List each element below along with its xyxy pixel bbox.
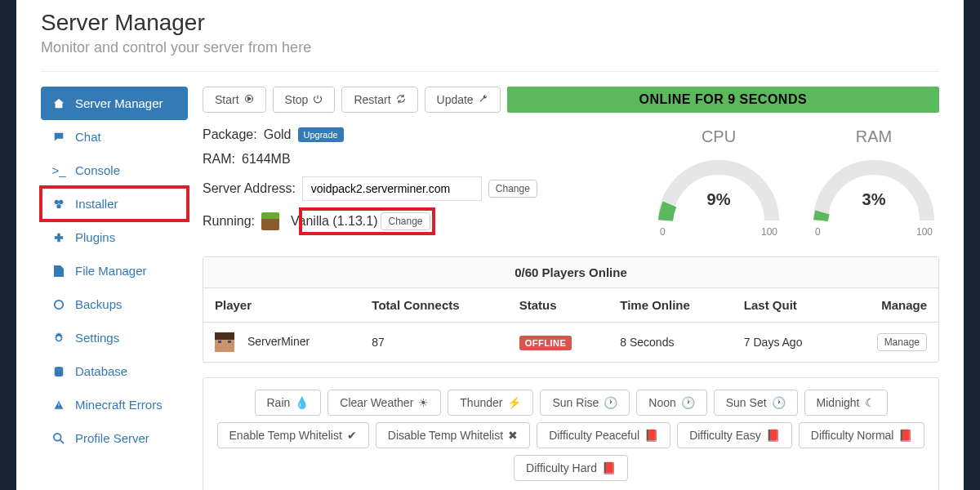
close-icon: ✖ bbox=[508, 429, 518, 442]
sidebar-item-label: Plugins bbox=[75, 230, 115, 244]
ram-max: 100 bbox=[916, 226, 933, 238]
installer-icon bbox=[52, 198, 65, 210]
book-icon: 📕 bbox=[898, 429, 912, 442]
change-running-button[interactable]: Change bbox=[381, 212, 430, 230]
table-row: ServerMiner 87 OFFLINE 8 Seconds 7 Days … bbox=[203, 323, 938, 363]
thunder-button[interactable]: Thunder ⚡ bbox=[448, 390, 533, 416]
manage-player-button[interactable]: Manage bbox=[877, 333, 927, 351]
players-header: 0/60 Players Online bbox=[203, 257, 938, 288]
col-manage: Manage bbox=[841, 288, 938, 323]
sidebar-item-file-manager[interactable]: File Manager bbox=[41, 254, 188, 287]
sidebar-item-chat[interactable]: Chat bbox=[41, 120, 188, 154]
sidebar-item-plugins[interactable]: Plugins bbox=[41, 220, 188, 254]
cpu-gauge-value: 9% bbox=[653, 190, 784, 209]
quick-actions-panel: Rain 💧 Clear Weather ☀ Thunder ⚡ Sun Ris… bbox=[203, 377, 939, 490]
player-connects: 87 bbox=[360, 323, 507, 363]
clock-icon: 🕐 bbox=[604, 396, 617, 409]
update-button[interactable]: Update bbox=[425, 87, 501, 113]
players-panel: 0/60 Players Online Player Total Connect… bbox=[203, 256, 939, 363]
sunset-button[interactable]: Sun Set 🕐 bbox=[714, 390, 798, 416]
player-name: ServerMiner bbox=[247, 335, 310, 348]
difficulty-peaceful-button[interactable]: Difficulty Peaceful 📕 bbox=[537, 422, 670, 448]
server-address-label: Server Address: bbox=[203, 181, 296, 196]
plugin-icon bbox=[52, 232, 65, 243]
clock-icon: 🕐 bbox=[681, 396, 695, 409]
sidebar-item-server-manager[interactable]: Server Manager bbox=[41, 87, 188, 120]
restart-button[interactable]: Restart bbox=[341, 87, 417, 113]
wrench-icon bbox=[479, 93, 488, 106]
cpu-min: 0 bbox=[660, 226, 666, 238]
stop-button[interactable]: Stop bbox=[273, 87, 336, 113]
page-subtitle: Monitor and control your server from her… bbox=[41, 39, 939, 56]
sidebar-item-label: Console bbox=[75, 163, 120, 177]
cpu-gauge: CPU 9% 0 100 bbox=[653, 127, 784, 242]
clear-weather-button[interactable]: Clear Weather ☀ bbox=[327, 390, 441, 416]
sidebar-item-profile-server[interactable]: Profile Server bbox=[41, 421, 188, 455]
noon-button[interactable]: Noon 🕐 bbox=[636, 390, 706, 416]
server-address-input[interactable] bbox=[302, 176, 482, 201]
ram-gauge: RAM 3% 0 100 bbox=[808, 127, 939, 242]
col-connects: Total Connects bbox=[360, 288, 507, 323]
sidebar-item-installer[interactable]: Installer bbox=[41, 187, 188, 220]
difficulty-hard-button[interactable]: Difficulty Hard 📕 bbox=[514, 455, 628, 481]
package-value: Gold bbox=[264, 127, 292, 142]
sidebar: Server Manager Chat >_ Console Installer bbox=[41, 87, 188, 490]
divider bbox=[41, 71, 939, 72]
bolt-icon: ⚡ bbox=[507, 396, 521, 409]
rain-button[interactable]: Rain 💧 bbox=[255, 390, 322, 416]
col-player: Player bbox=[203, 288, 360, 323]
sidebar-item-label: Backups bbox=[75, 297, 122, 311]
ram-gauge-title: RAM bbox=[808, 127, 939, 146]
difficulty-easy-button[interactable]: Difficulty Easy 📕 bbox=[677, 422, 792, 448]
refresh-icon bbox=[396, 93, 406, 106]
svg-point-3 bbox=[55, 300, 64, 309]
svg-point-1 bbox=[59, 199, 63, 203]
svg-point-0 bbox=[55, 199, 59, 203]
check-icon: ✔ bbox=[347, 429, 357, 442]
power-icon bbox=[313, 93, 323, 106]
sidebar-item-settings[interactable]: Settings bbox=[41, 321, 188, 354]
sidebar-item-minecraft-errors[interactable]: Minecraft Errors bbox=[41, 388, 188, 421]
sidebar-item-label: Database bbox=[75, 364, 127, 378]
disable-whitelist-button[interactable]: Disable Temp Whitelist ✖ bbox=[376, 422, 530, 448]
chat-icon bbox=[52, 131, 65, 143]
status-badge: OFFLINE bbox=[519, 336, 572, 350]
player-lastquit: 7 Days Ago bbox=[733, 323, 841, 363]
col-lastquit: Last Quit bbox=[733, 288, 841, 323]
svg-point-4 bbox=[55, 366, 64, 369]
change-address-button[interactable]: Change bbox=[488, 180, 537, 198]
col-status: Status bbox=[508, 288, 609, 323]
sidebar-item-backups[interactable]: Backups bbox=[41, 287, 188, 321]
sidebar-item-label: Chat bbox=[75, 130, 101, 144]
book-icon: 📕 bbox=[602, 461, 616, 474]
start-button[interactable]: Start bbox=[203, 87, 266, 113]
droplet-icon: 💧 bbox=[295, 396, 309, 409]
col-time: Time Online bbox=[608, 288, 733, 323]
enable-whitelist-button[interactable]: Enable Temp Whitelist ✔ bbox=[217, 422, 369, 448]
sun-icon: ☀ bbox=[418, 396, 429, 409]
avatar bbox=[215, 332, 234, 352]
sunrise-button[interactable]: Sun Rise 🕐 bbox=[540, 390, 630, 416]
player-time: 8 Seconds bbox=[608, 323, 733, 363]
ram-label: RAM: bbox=[203, 152, 235, 167]
search-icon bbox=[52, 433, 65, 444]
sidebar-item-label: Installer bbox=[75, 197, 118, 211]
sidebar-item-label: Server Manager bbox=[75, 96, 163, 110]
upgrade-badge[interactable]: Upgrade bbox=[298, 127, 344, 142]
sidebar-item-label: File Manager bbox=[75, 264, 147, 278]
database-icon bbox=[52, 366, 65, 377]
sidebar-item-database[interactable]: Database bbox=[41, 354, 188, 388]
backup-icon bbox=[52, 299, 65, 310]
midnight-button[interactable]: Midnight ☾ bbox=[804, 390, 888, 416]
difficulty-normal-button[interactable]: Difficulty Normal 📕 bbox=[799, 422, 925, 448]
warning-icon bbox=[52, 399, 65, 411]
console-icon: >_ bbox=[52, 163, 65, 177]
ram-min: 0 bbox=[815, 226, 821, 238]
ram-gauge-value: 3% bbox=[808, 190, 939, 209]
sidebar-item-console[interactable]: >_ Console bbox=[41, 154, 188, 187]
sidebar-item-label: Profile Server bbox=[75, 431, 149, 445]
svg-point-2 bbox=[56, 204, 60, 208]
gear-icon bbox=[52, 332, 65, 344]
cpu-max: 100 bbox=[761, 226, 777, 238]
book-icon: 📕 bbox=[644, 429, 658, 442]
